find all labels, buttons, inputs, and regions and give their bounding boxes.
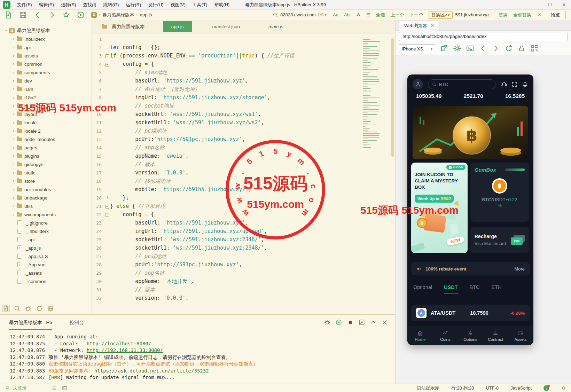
- browser-forward-icon[interactable]: [492, 44, 500, 53]
- tree-file[interactable]: ._assets: [0, 269, 92, 277]
- tree-folder[interactable]: ›pages: [0, 143, 92, 152]
- tree-file[interactable]: ._.gitignore: [0, 219, 92, 227]
- rebate-more-link[interactable]: More: [514, 266, 525, 272]
- search-history-caret-icon[interactable]: ▾: [325, 13, 327, 17]
- pair-row[interactable]: AATA/USDT10.7596-0.28%: [411, 305, 530, 321]
- console-output[interactable]: 12:47:09.874 App running at:12:47:09.875…: [10, 334, 392, 381]
- code-line[interactable]: 27 // pc端地址: [92, 252, 295, 260]
- search-icon[interactable]: [272, 12, 278, 18]
- cursor-position[interactable]: 行:28 列:28: [451, 385, 474, 391]
- terminal-icon[interactable]: [62, 385, 68, 391]
- replace-all-button[interactable]: 全部替换: [513, 12, 531, 18]
- hero-banner-image[interactable]: ฿: [413, 106, 528, 159]
- minimize-button[interactable]: —: [529, 0, 543, 10]
- console-link[interactable]: http://localhost:8080/: [87, 341, 151, 346]
- replace-button[interactable]: 替换: [499, 12, 508, 18]
- editor-tab-app.js[interactable]: app.js: [163, 21, 192, 32]
- nav-coins[interactable]: Coins: [433, 327, 458, 345]
- support-headset-icon[interactable]: [501, 81, 507, 87]
- code-line[interactable]: 32 version: '0.0.0',: [92, 294, 295, 302]
- tree-folder[interactable]: ›api: [0, 43, 92, 52]
- menu-item[interactable]: 发行(U): [145, 0, 166, 10]
- menu-item[interactable]: 查找(I): [80, 0, 99, 10]
- tree-folder[interactable]: ›static: [0, 168, 92, 177]
- code-line[interactable]: 15 appName: 'eweia',: [92, 152, 295, 160]
- tree-folder[interactable]: ›dev: [0, 77, 92, 85]
- explorer-globe-icon[interactable]: [47, 305, 54, 312]
- debug-bug-icon[interactable]: [324, 319, 331, 326]
- code-line[interactable]: 24 imgUrl: 'https://591.jiuzhouw.xyz/upl…: [92, 227, 295, 235]
- encoding[interactable]: UTF-8: [486, 385, 499, 391]
- nav-assets[interactable]: Assets: [508, 327, 533, 345]
- code-line[interactable]: 31 // 版本: [92, 285, 295, 294]
- back-icon[interactable]: [33, 11, 42, 19]
- code-line[interactable]: 18 // 移动端地址: [92, 177, 295, 185]
- qr-code-icon[interactable]: [530, 44, 539, 53]
- editor-scrollbar[interactable]: [391, 38, 394, 157]
- code-line[interactable]: 29 // app名称: [92, 269, 295, 277]
- tree-folder[interactable]: ›wxcomponents: [0, 210, 92, 219]
- outline-list-icon[interactable]: [51, 385, 56, 391]
- explorer-search-icon[interactable]: [13, 305, 21, 312]
- browser-back-icon[interactable]: [479, 44, 487, 53]
- tree-folder[interactable]: ›plugins: [0, 152, 92, 160]
- code-line[interactable]: 1: [92, 35, 295, 43]
- tree-folder[interactable]: ›qidongye: [0, 160, 92, 168]
- code-line[interactable]: 30 appName: '本地开发',: [92, 277, 295, 285]
- code-line[interactable]: 21−} else { //开发环境: [92, 202, 295, 210]
- menu-item[interactable]: 编辑(E): [36, 0, 57, 10]
- device-select[interactable]: iPhone XS▾: [399, 44, 435, 53]
- whole-word-button[interactable]: Abl: [344, 12, 351, 17]
- tree-folder[interactable]: ›i18n2: [0, 93, 92, 102]
- tree-folder[interactable]: ›i18n: [0, 85, 92, 93]
- minimap[interactable]: [363, 38, 382, 149]
- run-icon[interactable]: [77, 11, 85, 19]
- code-line[interactable]: 22− config = {: [92, 210, 295, 219]
- save-icon[interactable]: [19, 11, 27, 19]
- tree-folder[interactable]: ›locale: [0, 118, 92, 127]
- tree-file[interactable]: ._common: [0, 277, 92, 285]
- console-link[interactable]: http://192.168.31.33:8080/: [87, 347, 163, 353]
- notifications-bell-icon[interactable]: [522, 81, 528, 87]
- match-case-button[interactable]: Aa: [333, 12, 338, 17]
- tree-folder[interactable]: ›node_modules: [0, 135, 92, 143]
- menu-item[interactable]: 跳转(G): [100, 0, 122, 10]
- code-line[interactable]: 10 socketUrl: 'wss://591.jiuzhouw.xyz/ws…: [92, 110, 295, 118]
- search-input[interactable]: 82828.eweia.com: [280, 12, 316, 17]
- editor-tab-manifest.json[interactable]: manifest.json: [204, 21, 249, 32]
- code-area[interactable]: 12let config = {};3−if (process.env.NODE…: [92, 35, 295, 302]
- code-line[interactable]: 4− config = {: [92, 60, 295, 68]
- menu-item[interactable]: 选择(S): [58, 0, 79, 10]
- code-line[interactable]: 14 // app名称: [92, 143, 295, 152]
- recharge-card[interactable]: Recharge Visa Mastercard VISA: [470, 227, 529, 253]
- menu-item[interactable]: 视图(V): [167, 0, 188, 10]
- breadcrumb-project[interactable]: 暴力熊黑绿版本: [102, 12, 134, 18]
- open-external-icon[interactable]: [440, 44, 448, 53]
- code-line[interactable]: 12 // pc端地址: [92, 127, 295, 135]
- breadcrumb-file[interactable]: app.js: [140, 12, 152, 17]
- kucoin-banner[interactable]: KUCOIN JOIN KUCOIN TO CLAIM A MYSTERY BO…: [411, 163, 468, 253]
- tree-folder[interactable]: ›js_sdk: [0, 102, 92, 110]
- menu-item[interactable]: 文件(F): [14, 0, 35, 10]
- tree-folder[interactable]: ›.hbuilderx: [0, 35, 92, 43]
- editor-tab-main.js[interactable]: main.js: [260, 21, 292, 32]
- code-line[interactable]: 17 version: '1.0.0',: [92, 168, 295, 177]
- restart-icon[interactable]: [335, 319, 342, 326]
- lock-icon[interactable]: [517, 44, 526, 53]
- nav-home[interactable]: Home: [408, 327, 433, 345]
- nav-options[interactable]: Options: [458, 327, 483, 345]
- code-line[interactable]: 13 pcUrl:'https://591pc.jiuzhouw.xyz',: [92, 135, 295, 143]
- code-line[interactable]: 2let config = {};: [92, 43, 295, 52]
- url-input[interactable]: http://localhost:8080/#/pages/base/index: [399, 32, 568, 41]
- menu-item[interactable]: 运行(R): [123, 0, 144, 10]
- code-line[interactable]: 26 socketUrl1: 'ws://591.jiuzhouw.xyz:23…: [92, 244, 295, 252]
- gembox-card[interactable]: GemBox ฿ BTC/USDT+0.22 %: [470, 163, 529, 222]
- tree-folder[interactable]: ›locale 2: [0, 127, 92, 135]
- market-tab-Optional[interactable]: Optional: [413, 284, 432, 293]
- nav-contract[interactable]: Contract: [483, 327, 508, 345]
- code-line[interactable]: 25 socketUrl: 'ws://591.jiuzhouw.xyz:234…: [92, 235, 295, 244]
- explorer-refresh-icon[interactable]: [36, 305, 43, 312]
- devtools-console-icon[interactable]: [466, 44, 474, 53]
- code-line[interactable]: 23 baseUrl: 'https://591.jiuzhouw.xyz',: [92, 219, 295, 227]
- tree-file[interactable]: J._app.js: [0, 244, 92, 252]
